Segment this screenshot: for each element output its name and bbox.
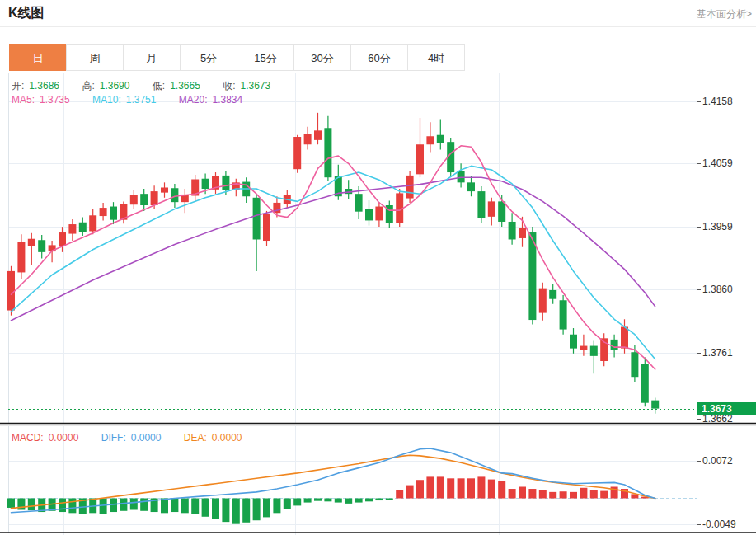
price-axis: 1.41581.40591.39591.38601.37611.3662 — [0, 73, 756, 424]
macd-axis: 0.0072-0.0049 — [0, 425, 756, 533]
current-price-tag: 1.3673 — [697, 402, 756, 415]
y-axis-label: 1.4158 — [702, 96, 733, 107]
kline-widget: K线图 基本面分析> 日周月5分15分30分60分4时 开:1.3686 高:1… — [0, 0, 756, 535]
y-axis-label: 0.0072 — [702, 455, 733, 467]
y-axis-label: 1.4059 — [702, 157, 733, 169]
y-axis-label: 1.3959 — [702, 221, 733, 232]
y-axis-label: 1.3860 — [702, 284, 733, 295]
y-axis-label: -0.0049 — [702, 519, 736, 530]
y-axis-label: 1.3761 — [702, 347, 733, 359]
